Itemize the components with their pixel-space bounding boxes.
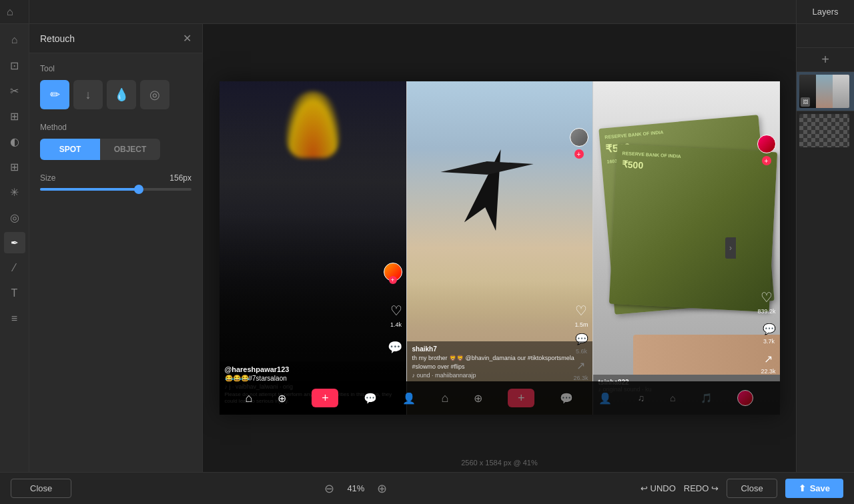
panel3-likes: ♡ 839.2k <box>757 289 775 315</box>
zoom-controls: ⊖ 41% ⊕ <box>324 481 387 496</box>
nav-profile-icon[interactable]: 👤 <box>402 392 416 405</box>
size-value: 156px <box>169 173 191 183</box>
bottom-right-actions: ↩ UNDO REDO ↪ Close ⬆ Save <box>640 479 843 498</box>
tool-row: ✏ ↓ 💧 ◎ <box>40 80 191 109</box>
undo-button[interactable]: ↩ UNDO <box>640 479 676 498</box>
money-bill-2: RESERVE BANK OF INDIA ₹500 <box>608 144 777 312</box>
panel3-shares-count: 22.3k <box>761 368 775 375</box>
panel2-tags: th my brother 🦁🦁 @bhavin_damania our #ti… <box>412 354 587 371</box>
nav-search-icon[interactable]: ⊕ <box>278 392 286 405</box>
hand-holding <box>633 335 780 375</box>
sidebar-icon-contrast[interactable]: ◐ <box>4 131 25 152</box>
nav-add-btn[interactable]: + <box>312 389 338 407</box>
nav-home-icon[interactable]: ⌂ <box>246 391 253 405</box>
tool-brush-btn[interactable]: ✏ <box>40 80 69 109</box>
layer-2-thumbnail <box>799 114 849 147</box>
nav3-sound: ♫ <box>637 393 645 403</box>
tool-eraser-btn[interactable]: ◎ <box>140 80 169 109</box>
panel3-shares: ↗ 22.3k <box>761 353 775 375</box>
sidebar-icon-adjust[interactable]: ⊞ <box>4 105 25 127</box>
panel2-avatar[interactable] <box>570 128 588 147</box>
panel2-avatar-section: + <box>570 128 588 159</box>
canvas-expand-arrow[interactable]: › <box>725 237 736 259</box>
sidebar-icon-pen[interactable]: ✒ <box>4 232 25 253</box>
method-row: SPOT OBJECT <box>40 139 160 160</box>
zoom-in-button[interactable]: ⊕ <box>377 481 387 496</box>
nav2-search: ⊕ <box>474 392 482 405</box>
panel-close-button[interactable]: Close <box>11 479 71 498</box>
retouch-title: Retouch <box>40 33 75 44</box>
method-object-btn[interactable]: OBJECT <box>100 139 160 160</box>
tool-stamp-btn[interactable]: ↓ <box>73 80 103 109</box>
layers-add-button[interactable]: + <box>797 48 854 72</box>
size-label: Size <box>40 173 55 183</box>
panel1-comments: 💬 <box>388 340 402 355</box>
panel-bg-money: + RESERVE BANK OF INDIA ₹500 160311 RES <box>593 81 780 415</box>
save-button[interactable]: ⬆ Save <box>785 479 843 498</box>
nav3-avatar[interactable] <box>737 390 753 406</box>
nav2-add[interactable]: + <box>508 389 534 407</box>
layer-1-col3 <box>833 75 849 108</box>
panel1-likes-count: 1.4k <box>390 321 402 328</box>
size-slider-thumb[interactable] <box>134 185 143 194</box>
tiktok-panel-1: @hareshpawar123 😂😂😂#7starsalaon ♪ j · va… <box>220 81 406 415</box>
panel2-follow-btn[interactable]: + <box>574 149 584 159</box>
left-sidebar: ⌂ ⊡ ✂ ⊞ ◐ ⊞ ✳ ◎ ✒ ∕ T ≡ <box>0 24 29 472</box>
sidebar-icon-globe[interactable]: ◎ <box>4 207 25 228</box>
sidebar-icon-text[interactable]: T <box>4 283 25 304</box>
nav2-profile: 👤 <box>598 392 612 405</box>
method-spot-btn[interactable]: SPOT <box>40 139 100 160</box>
redo-arrow-icon: ↪ <box>711 483 719 493</box>
panel1-follow-btn[interactable]: + <box>389 276 397 284</box>
panel3-avatar[interactable] <box>757 135 776 153</box>
sidebar-icon-scissors[interactable]: ✂ <box>4 80 25 101</box>
size-slider-track[interactable] <box>40 188 191 191</box>
panel2-likes-count: 1.5m <box>574 321 588 328</box>
panel3-comments: 💬 3.7k <box>763 323 776 345</box>
bottom-left: Close <box>11 479 71 498</box>
redo-button[interactable]: REDO ↪ <box>684 479 719 498</box>
panel3-likes-count: 839.2k <box>757 308 775 315</box>
size-slider-fill <box>40 188 139 191</box>
layer-1-icon: 🖼 <box>801 97 810 107</box>
action-close-button[interactable]: Close <box>727 479 777 498</box>
canvas-container[interactable]: @hareshpawar123 😂😂😂#7starsalaon ♪ j · va… <box>220 81 780 415</box>
bottom-bar: Close ⊖ 41% ⊕ ↩ UNDO REDO ↪ Close ⬆ Save <box>0 472 854 504</box>
sidebar-icon-brush[interactable]: ∕ <box>4 257 25 279</box>
layer-item-2[interactable] <box>797 111 854 150</box>
sidebar-icon-effects[interactable]: ✳ <box>4 181 25 203</box>
save-upload-icon: ⬆ <box>799 483 806 493</box>
zoom-out-button[interactable]: ⊖ <box>324 481 334 496</box>
tiktok-nav: ⌂ ⊕ + 💬 👤 ⌂ ⊕ + 💬 👤 ♫ ⌂ 🎵 <box>220 381 780 415</box>
sidebar-icon-grid[interactable]: ⊞ <box>4 156 25 177</box>
panel1-avatar-section: + <box>384 263 402 281</box>
home-icon[interactable]: ⌂ <box>7 6 13 18</box>
canvas-area: @hareshpawar123 😂😂😂#7starsalaon ♪ j · va… <box>203 24 796 472</box>
tiktok-panel-3: + RESERVE BANK OF INDIA ₹500 160311 RES <box>593 81 780 415</box>
nav-messages-icon[interactable]: 💬 <box>364 392 377 405</box>
tool-section-label: Tool <box>40 64 191 73</box>
nav3-home2: ⌂ <box>670 393 675 403</box>
layer-item-1[interactable]: 🖼 <box>797 72 854 111</box>
sidebar-icon-crop[interactable]: ⊡ <box>4 55 25 76</box>
retouch-close-icon[interactable]: ✕ <box>183 32 191 45</box>
zoom-level: 41% <box>342 483 369 493</box>
tiktok-panel-2: + ♡ 1.5m 💬 5.6k ↗ 26.3k <box>406 81 593 415</box>
panel1-likes: ♡ 1.4k <box>390 303 402 328</box>
tool-drop-btn[interactable]: 💧 <box>107 80 136 109</box>
tiktok-grid: @hareshpawar123 😂😂😂#7starsalaon ♪ j · va… <box>220 81 780 415</box>
panel2-username: shaikh7 <box>412 345 587 353</box>
retouch-panel: Retouch ✕ Tool ✏ ↓ 💧 ◎ Method SPOT OBJEC… <box>29 24 203 472</box>
bird-shape <box>457 143 523 233</box>
sidebar-icon-lines[interactable]: ≡ <box>4 308 25 329</box>
panel3-follow-btn[interactable]: + <box>762 156 771 165</box>
panel3-avatar-section: + <box>757 135 776 165</box>
nav3-music: 🎵 <box>701 393 712 403</box>
panel3-comments-count: 3.7k <box>763 338 775 345</box>
sidebar-icon-home[interactable]: ⌂ <box>4 29 25 51</box>
panel-bg-beach: + ♡ 1.5m 💬 5.6k ↗ 26.3k <box>407 81 592 415</box>
nav2-home: ⌂ <box>441 391 448 405</box>
panel-bg-fire: @hareshpawar123 😂😂😂#7starsalaon ♪ j · va… <box>220 81 406 415</box>
layers-panel: + 🖼 <box>796 24 854 472</box>
layers-panel-header <box>797 24 854 48</box>
